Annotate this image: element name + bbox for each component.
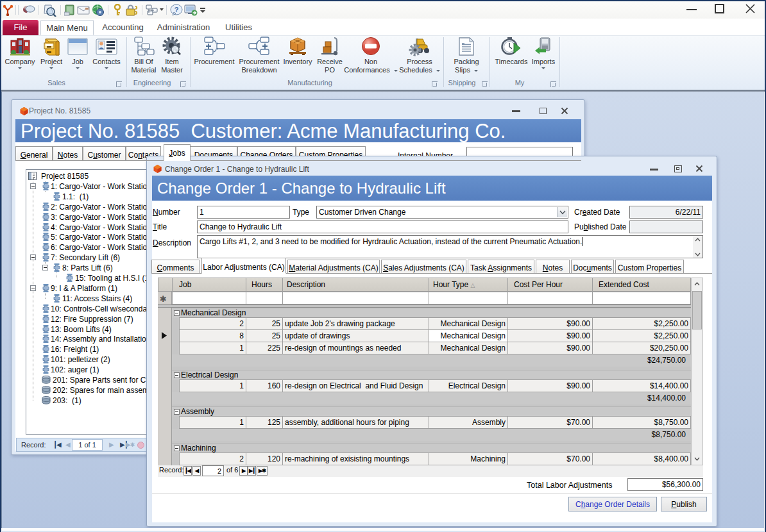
svg-text:?: ?	[174, 6, 179, 13]
